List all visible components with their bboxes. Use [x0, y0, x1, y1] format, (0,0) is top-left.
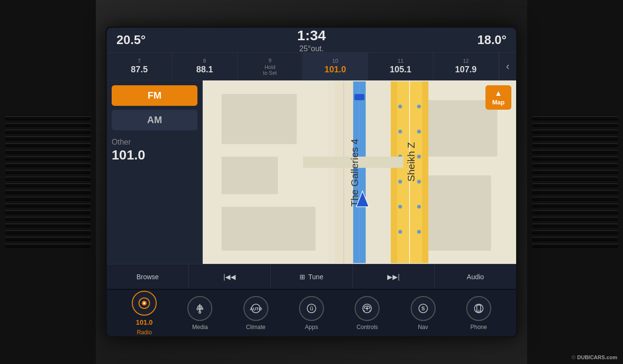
nav-climate[interactable]: AUTO Climate [243, 296, 268, 330]
preset-12[interactable]: 12 107.9 [433, 53, 498, 80]
station-name: Other [112, 138, 197, 147]
apps-nav-label: Apps [305, 324, 318, 330]
nav-icon-circle: S [411, 296, 436, 321]
radio-freq-display: 101.0 [136, 318, 153, 326]
svg-text:S: S [421, 306, 425, 311]
svg-point-15 [398, 205, 402, 209]
nav-apps[interactable]: ū Apps [299, 296, 324, 330]
svg-point-41 [199, 311, 201, 313]
media-icon-circle [187, 296, 212, 321]
svg-point-11 [398, 104, 402, 108]
svg-text:ū: ū [310, 305, 313, 312]
apps-icon-circle: ū [299, 296, 324, 321]
vent-left [0, 0, 96, 364]
svg-rect-3 [221, 94, 297, 144]
watermark: © DUBICARS.com [572, 354, 617, 360]
svg-point-20 [417, 180, 421, 183]
nav-controls[interactable]: Controls [355, 296, 380, 330]
prev-icon: |◀◀ [223, 273, 236, 281]
svg-point-21 [417, 205, 421, 209]
fm-button[interactable]: FM [112, 85, 197, 106]
svg-point-18 [417, 130, 421, 134]
main-content: FM AM Other 101.0 [107, 80, 516, 264]
svg-point-12 [398, 130, 402, 134]
svg-rect-4 [221, 157, 278, 194]
svg-point-49 [366, 307, 368, 309]
svg-text:AUTO: AUTO [250, 307, 262, 311]
svg-point-22 [417, 230, 421, 234]
clock: 1:34 [297, 27, 326, 44]
controls-icon-circle [355, 296, 380, 321]
svg-point-39 [197, 308, 199, 310]
infotainment-screen: 20.5° 1:34 25°out. 18.0° 7 87.5 8 88.1 9… [105, 26, 518, 338]
audio-label: Audio [467, 273, 484, 281]
preset-11[interactable]: 11 105.1 [368, 53, 433, 80]
tune-label: Tune [308, 273, 323, 281]
radio-nav-label: Radio [137, 329, 151, 336]
nav-navigation[interactable]: S Nav [411, 296, 436, 330]
am-button[interactable]: AM [112, 110, 197, 130]
tune-grid-icon: ⊞ [300, 273, 305, 281]
svg-text:Sheikh Z: Sheikh Z [405, 142, 416, 182]
outside-temp: 25°out. [300, 45, 324, 53]
nav-nav-label: Nav [418, 324, 428, 330]
phone-nav-label: Phone [470, 324, 487, 330]
audio-button[interactable]: Audio [435, 264, 516, 289]
preset-8[interactable]: 8 88.1 [172, 53, 237, 80]
climate-icon-circle: AUTO [243, 296, 268, 321]
nav-radio[interactable]: 101.0 Radio [132, 291, 157, 336]
tune-button[interactable]: ⊞ Tune [271, 264, 353, 289]
browse-label: Browse [137, 273, 159, 281]
svg-point-14 [398, 180, 402, 183]
climate-nav-label: Climate [246, 324, 265, 330]
radio-icon-circle [132, 291, 157, 316]
station-freq: 101.0 [112, 148, 197, 163]
svg-rect-7 [428, 175, 491, 250]
svg-point-16 [398, 230, 402, 234]
next-icon: ▶▶| [387, 273, 400, 281]
svg-rect-5 [221, 207, 315, 251]
radio-mode-panel: FM AM Other 101.0 [107, 80, 203, 264]
browse-button[interactable]: Browse [107, 264, 189, 289]
vent-right [527, 0, 623, 364]
preset-10[interactable]: 10 101.0 [303, 53, 368, 80]
preset-scroll-arrow[interactable]: ‹ [499, 53, 516, 80]
preset-9[interactable]: 9 Holdto Set [238, 53, 303, 80]
prev-button[interactable]: |◀◀ [189, 264, 271, 289]
car-surround: 20.5° 1:34 25°out. 18.0° 7 87.5 8 88.1 9… [0, 0, 623, 364]
controls-bar: Browse |◀◀ ⊞ Tune ▶▶| Audio [107, 264, 516, 289]
svg-rect-31 [355, 94, 365, 100]
map-area[interactable]: The Galleries 4 Sheikh Z ▲ Map [203, 80, 516, 264]
map-button[interactable]: ▲ Map [485, 85, 511, 110]
nav-bar: 101.0 Radio Media [107, 289, 516, 337]
station-info: Other 101.0 [112, 138, 197, 163]
status-bar: 20.5° 1:34 25°out. 18.0° [107, 28, 516, 53]
nav-phone[interactable]: Phone [466, 296, 491, 330]
next-button[interactable]: ▶▶| [353, 264, 435, 289]
svg-point-19 [417, 155, 421, 159]
temp-right: 18.0° [468, 33, 507, 47]
preset-bar: 7 87.5 8 88.1 9 Holdto Set 10 101.0 11 1… [107, 53, 516, 80]
svg-point-17 [417, 104, 421, 108]
preset-7[interactable]: 7 87.5 [107, 53, 172, 80]
map-button-label: Map [492, 99, 505, 106]
media-nav-label: Media [192, 324, 208, 330]
controls-nav-label: Controls [357, 324, 378, 330]
nav-media[interactable]: Media [187, 296, 212, 330]
temp-left: 20.5° [116, 33, 155, 47]
svg-point-34 [143, 302, 145, 304]
svg-rect-40 [201, 308, 203, 309]
svg-text:The Galleries 4: The Galleries 4 [349, 138, 360, 206]
phone-icon-circle [466, 296, 491, 321]
svg-rect-53 [477, 305, 481, 312]
map-triangle-icon: ▲ [495, 89, 502, 98]
